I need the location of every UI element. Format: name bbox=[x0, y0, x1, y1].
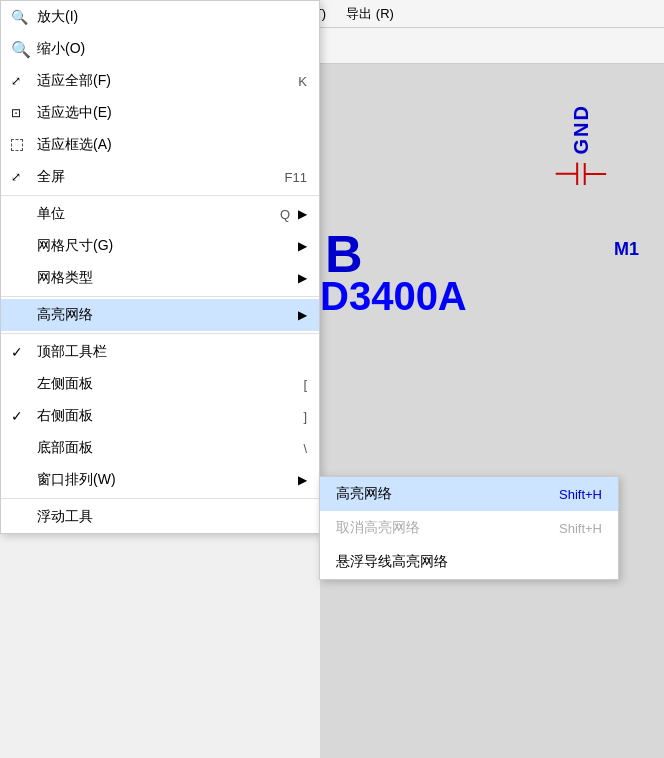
right-panel-label: 右侧面板 bbox=[37, 407, 283, 425]
zoom-in-item[interactable]: 🔍 放大(I) bbox=[1, 1, 319, 33]
unit-item[interactable]: 单位 Q ▶ bbox=[1, 198, 319, 230]
highlight-net-sub-shortcut: Shift+H bbox=[559, 487, 602, 502]
top-toolbar-item[interactable]: ✓ 顶部工具栏 bbox=[1, 336, 319, 368]
canvas-code-text: D3400A bbox=[320, 274, 467, 319]
divider-3 bbox=[1, 333, 319, 334]
fullscreen-label: 全屏 bbox=[37, 168, 265, 186]
zoom-out-item[interactable]: 🔍 缩小(O) bbox=[1, 33, 319, 65]
fit-all-shortcut: K bbox=[298, 74, 307, 89]
fit-box-icon bbox=[11, 139, 23, 151]
highlight-net-item[interactable]: 高亮网络 ▶ bbox=[1, 299, 319, 331]
fit-selection-icon: ⊡ bbox=[11, 106, 21, 120]
view-dropdown-menu: 🔍 放大(I) 🔍 缩小(O) ⤢ 适应全部(F) K ⊡ 适应选中(E) 适应… bbox=[0, 0, 320, 534]
hover-highlight-item[interactable]: 悬浮导线高亮网络 bbox=[320, 545, 618, 579]
bottom-panel-shortcut: \ bbox=[303, 441, 307, 456]
grid-size-item[interactable]: 网格尺寸(G) ▶ bbox=[1, 230, 319, 262]
highlight-net-label: 高亮网络 bbox=[37, 306, 290, 324]
fullscreen-icon: ⤢ bbox=[11, 170, 21, 184]
highlight-net-sub-label: 高亮网络 bbox=[336, 485, 559, 503]
fit-box-item[interactable]: 适应框选(A) bbox=[1, 129, 319, 161]
unit-arrow: ▶ bbox=[298, 207, 307, 221]
divider-4 bbox=[1, 498, 319, 499]
canvas-area: B D3400A GND ⊣⊢ M1 bbox=[320, 64, 664, 758]
right-panel-shortcut: ] bbox=[303, 409, 307, 424]
gnd-group: GND ⊣⊢ bbox=[553, 104, 609, 190]
menu-export[interactable]: 导出 (R) bbox=[336, 0, 404, 27]
hover-highlight-label: 悬浮导线高亮网络 bbox=[336, 553, 602, 571]
fit-box-label: 适应框选(A) bbox=[37, 136, 307, 154]
gnd-label: GND bbox=[570, 104, 593, 154]
cancel-highlight-item[interactable]: 取消高亮网络 Shift+H bbox=[320, 511, 618, 545]
zoom-out-check: 🔍 bbox=[11, 40, 31, 59]
fit-all-item[interactable]: ⤢ 适应全部(F) K bbox=[1, 65, 319, 97]
left-panel-label: 左侧面板 bbox=[37, 375, 283, 393]
left-panel-item[interactable]: 左侧面板 [ bbox=[1, 368, 319, 400]
zoom-in-check: 🔍 bbox=[11, 9, 28, 25]
grid-size-label: 网格尺寸(G) bbox=[37, 237, 290, 255]
grid-type-item[interactable]: 网格类型 ▶ bbox=[1, 262, 319, 294]
divider-2 bbox=[1, 296, 319, 297]
top-toolbar-check: ✓ bbox=[11, 344, 23, 360]
top-toolbar-label: 顶部工具栏 bbox=[37, 343, 307, 361]
fit-selection-item[interactable]: ⊡ 适应选中(E) bbox=[1, 97, 319, 129]
fullscreen-shortcut: F11 bbox=[285, 170, 307, 185]
bottom-panel-item[interactable]: 底部面板 \ bbox=[1, 432, 319, 464]
float-tools-item[interactable]: 浮动工具 bbox=[1, 501, 319, 533]
float-tools-label: 浮动工具 bbox=[37, 508, 307, 526]
left-panel-shortcut: [ bbox=[303, 377, 307, 392]
fit-all-icon: ⤢ bbox=[11, 74, 21, 88]
zoom-in-label: 放大(I) bbox=[37, 8, 307, 26]
highlight-net-sub-item[interactable]: 高亮网络 Shift+H bbox=[320, 477, 618, 511]
bottom-panel-label: 底部面板 bbox=[37, 439, 283, 457]
fit-selection-label: 适应选中(E) bbox=[37, 104, 307, 122]
window-arrange-item[interactable]: 窗口排列(W) ▶ bbox=[1, 464, 319, 496]
right-panel-check: ✓ bbox=[11, 408, 23, 424]
window-arrange-arrow: ▶ bbox=[298, 473, 307, 487]
fullscreen-item[interactable]: ⤢ 全屏 F11 bbox=[1, 161, 319, 193]
grid-type-label: 网格类型 bbox=[37, 269, 290, 287]
grid-type-arrow: ▶ bbox=[298, 271, 307, 285]
cancel-highlight-shortcut: Shift+H bbox=[559, 521, 602, 536]
unit-shortcut: Q bbox=[280, 207, 290, 222]
fit-all-label: 适应全部(F) bbox=[37, 72, 278, 90]
highlight-net-submenu: 高亮网络 Shift+H 取消高亮网络 Shift+H 悬浮导线高亮网络 bbox=[319, 476, 619, 580]
right-panel-item[interactable]: ✓ 右侧面板 ] bbox=[1, 400, 319, 432]
zoom-out-label: 缩小(O) bbox=[37, 40, 307, 58]
grid-size-arrow: ▶ bbox=[298, 239, 307, 253]
highlight-net-arrow: ▶ bbox=[298, 308, 307, 322]
gnd-symbol: ⊣⊢ bbox=[553, 158, 609, 190]
m1-label: M1 bbox=[614, 239, 639, 260]
menu-export-label: 导出 (R) bbox=[346, 5, 394, 23]
cancel-highlight-label: 取消高亮网络 bbox=[336, 519, 559, 537]
unit-label: 单位 bbox=[37, 205, 260, 223]
window-arrange-label: 窗口排列(W) bbox=[37, 471, 290, 489]
divider-1 bbox=[1, 195, 319, 196]
